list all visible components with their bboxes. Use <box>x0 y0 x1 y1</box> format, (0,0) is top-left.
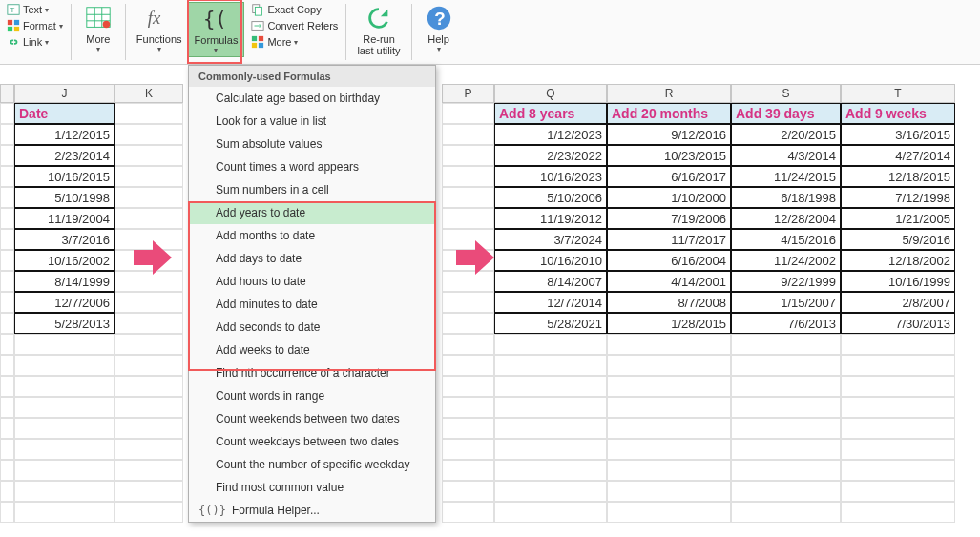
cell[interactable]: 6/16/2004 <box>607 250 731 271</box>
cell[interactable]: 12/18/2002 <box>841 250 955 271</box>
cell[interactable] <box>841 376 955 397</box>
cell[interactable] <box>115 208 183 229</box>
row-header[interactable] <box>0 460 14 481</box>
cell[interactable] <box>115 313 183 334</box>
col-header-k[interactable]: K <box>115 84 183 103</box>
cell[interactable]: 3/7/2024 <box>494 229 607 250</box>
exact-copy-button[interactable]: Exact Copy <box>248 2 341 17</box>
cell[interactable]: 10/16/2015 <box>14 166 115 187</box>
cell[interactable]: 12/7/2014 <box>494 292 607 313</box>
convert-refers-button[interactable]: Convert Refers <box>248 18 341 33</box>
link-button[interactable]: Link▾ <box>4 34 66 50</box>
cell[interactable] <box>442 313 494 334</box>
row-header[interactable] <box>0 334 14 355</box>
cell[interactable] <box>442 502 494 523</box>
cell[interactable] <box>494 481 607 502</box>
rerun-button[interactable]: Re-run last utility <box>351 2 406 58</box>
cell[interactable]: 1/28/2015 <box>607 313 731 334</box>
menu-item[interactable]: Count times a word appears <box>189 155 435 178</box>
formula-helper-item[interactable]: {()} Formula Helper... <box>189 499 435 522</box>
cell[interactable] <box>14 460 115 481</box>
cell[interactable] <box>442 208 494 229</box>
row-header[interactable] <box>0 187 14 208</box>
cell[interactable] <box>607 418 731 439</box>
cell[interactable] <box>841 418 955 439</box>
header-add-days[interactable]: Add 39 days <box>731 103 841 124</box>
cell[interactable]: 1/12/2023 <box>494 124 607 145</box>
cell[interactable] <box>442 103 494 124</box>
row-header[interactable] <box>0 124 14 145</box>
cell[interactable] <box>442 355 494 376</box>
cell[interactable] <box>14 481 115 502</box>
cell[interactable] <box>115 418 183 439</box>
menu-item[interactable]: Add minutes to date <box>189 293 435 316</box>
cell[interactable] <box>115 439 183 460</box>
cell[interactable] <box>841 397 955 418</box>
cell[interactable]: 5/9/2016 <box>841 229 955 250</box>
cell[interactable] <box>115 376 183 397</box>
menu-item[interactable]: Sum absolute values <box>189 133 435 155</box>
menu-item[interactable]: Count weekends between two dates <box>189 407 435 430</box>
cell[interactable] <box>607 397 731 418</box>
cell[interactable]: 9/22/1999 <box>731 271 841 292</box>
cell[interactable] <box>731 397 841 418</box>
row-header-corner[interactable] <box>0 84 14 103</box>
cell[interactable] <box>731 439 841 460</box>
cell[interactable]: 10/23/2015 <box>607 145 731 166</box>
menu-item[interactable]: Count weekdays between two dates <box>189 430 435 453</box>
cell[interactable]: 6/18/1998 <box>731 187 841 208</box>
cell[interactable]: 10/16/1999 <box>841 271 955 292</box>
menu-item[interactable]: Look for a value in list <box>189 110 435 133</box>
cell[interactable] <box>731 376 841 397</box>
functions-button[interactable]: fx Functions ▾ <box>131 2 188 55</box>
menu-item[interactable]: Find most common value <box>189 476 435 499</box>
cell[interactable] <box>14 397 115 418</box>
text-button[interactable]: T Text▾ <box>4 2 66 17</box>
cell[interactable] <box>442 376 494 397</box>
menu-item[interactable]: Add hours to date <box>189 270 435 293</box>
cell[interactable] <box>607 481 731 502</box>
cell[interactable] <box>494 376 607 397</box>
cell[interactable] <box>14 439 115 460</box>
cell[interactable]: 10/16/2002 <box>14 250 115 271</box>
cell[interactable] <box>115 397 183 418</box>
format-button[interactable]: Format▾ <box>4 18 66 33</box>
cell[interactable] <box>442 166 494 187</box>
menu-item[interactable]: Count words in range <box>189 384 435 407</box>
row-header[interactable] <box>0 208 14 229</box>
cell[interactable] <box>731 502 841 523</box>
cell[interactable] <box>494 502 607 523</box>
cell[interactable] <box>607 376 731 397</box>
cell[interactable] <box>14 376 115 397</box>
cell[interactable] <box>607 502 731 523</box>
row-header[interactable] <box>0 166 14 187</box>
cell[interactable]: 5/28/2013 <box>14 313 115 334</box>
cell[interactable] <box>115 166 183 187</box>
cell[interactable]: 11/24/2015 <box>731 166 841 187</box>
cell[interactable]: 2/23/2022 <box>494 145 607 166</box>
cell[interactable] <box>14 418 115 439</box>
cell[interactable] <box>607 355 731 376</box>
cell[interactable]: 1/21/2005 <box>841 208 955 229</box>
cell[interactable]: 2/8/2007 <box>841 292 955 313</box>
cell[interactable] <box>442 460 494 481</box>
row-header[interactable] <box>0 313 14 334</box>
cell[interactable]: 11/19/2012 <box>494 208 607 229</box>
menu-item[interactable]: Sum numbers in a cell <box>189 178 435 201</box>
cell[interactable] <box>115 103 183 124</box>
cell[interactable] <box>494 439 607 460</box>
row-header[interactable] <box>0 439 14 460</box>
col-header-j[interactable]: J <box>14 84 115 103</box>
menu-item[interactable]: Add years to date <box>189 201 435 224</box>
cell[interactable]: 6/16/2017 <box>607 166 731 187</box>
menu-item[interactable]: Find nth occurrence of a character <box>189 361 435 384</box>
cell[interactable] <box>731 460 841 481</box>
cell[interactable] <box>442 292 494 313</box>
header-date[interactable]: Date <box>14 103 115 124</box>
cell[interactable] <box>115 145 183 166</box>
header-add-years[interactable]: Add 8 years <box>494 103 607 124</box>
menu-item[interactable]: Add weeks to date <box>189 339 435 361</box>
cell[interactable]: 9/12/2016 <box>607 124 731 145</box>
cell[interactable] <box>494 355 607 376</box>
cell[interactable]: 12/18/2015 <box>841 166 955 187</box>
